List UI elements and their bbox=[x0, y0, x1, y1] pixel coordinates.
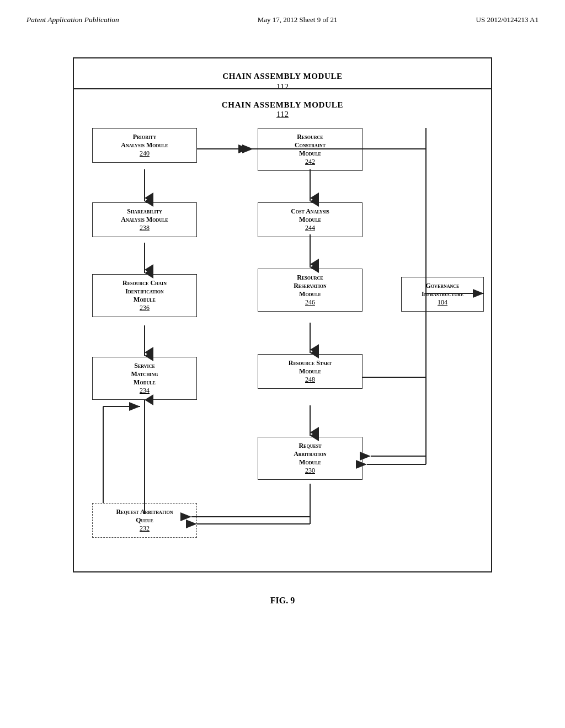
publication-label: Patent Application Publication bbox=[26, 15, 119, 24]
refined-svg-lines bbox=[84, 128, 481, 558]
sheet-info: May 17, 2012 Sheet 9 of 21 bbox=[258, 15, 338, 24]
diagram-body: PriorityAnalysis Module 240 Shareability… bbox=[84, 128, 481, 558]
page-header: Patent Application Publication May 17, 2… bbox=[0, 0, 565, 24]
main-title-num: 112 bbox=[84, 110, 481, 119]
fig-caption-final: FIG. 9 bbox=[270, 596, 295, 606]
main-title: CHAIN ASSEMBLY MODULE bbox=[84, 100, 481, 110]
main-diagram: CHAIN ASSEMBLY MODULE 112 bbox=[73, 88, 492, 572]
diagram-title: CHAIN ASSEMBLY MODULE bbox=[85, 72, 480, 81]
patent-number: US 2012/0124213 A1 bbox=[476, 15, 539, 24]
